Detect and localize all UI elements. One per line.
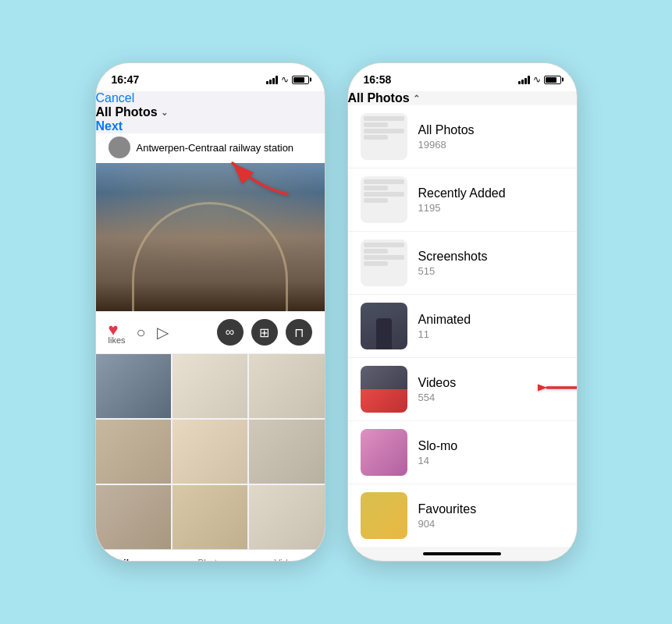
album-row-videos[interactable]: Videos 554 xyxy=(348,358,577,421)
album-count-videos: 554 xyxy=(418,392,564,403)
album-title-all-photos: All Photos xyxy=(418,123,564,137)
time-right: 16:58 xyxy=(364,73,392,86)
album-info-slomo: Slo-mo 14 xyxy=(418,439,564,466)
share-icon[interactable]: ▷ xyxy=(157,323,169,342)
layout-button[interactable]: ⊞ xyxy=(251,319,278,346)
album-thumb-slomo xyxy=(361,429,407,476)
action-bar: ♥ likes ○ ▷ ∞ ⊞ ⊓ xyxy=(96,311,325,354)
album-count-recently-added: 1195 xyxy=(418,202,564,214)
album-title-animated: Animated xyxy=(418,313,564,327)
tab-photo[interactable]: Photo xyxy=(172,556,248,562)
album-title-favourites: Favourites xyxy=(418,502,564,516)
album-info-animated: Animated 11 xyxy=(418,313,564,340)
album-count-animated: 11 xyxy=(418,328,564,340)
battery-icon-right xyxy=(544,76,561,84)
album-thumb-screenshots xyxy=(361,239,407,286)
left-phone: 16:47 ∿ Cancel All Photos ⌄ Next xyxy=(95,62,325,562)
grid-cell-6[interactable] xyxy=(249,420,324,484)
album-avatar xyxy=(108,136,130,158)
album-thumb-recently-added xyxy=(361,176,407,223)
album-thumb-videos xyxy=(361,366,407,413)
album-title-recently-added: Recently Added xyxy=(418,186,564,200)
status-bar-right: 16:58 ∿ xyxy=(348,63,577,91)
album-title-slomo: Slo-mo xyxy=(418,439,564,453)
photo-grid xyxy=(96,354,325,549)
grid-cell-4[interactable] xyxy=(96,420,171,484)
grid-cell-9[interactable] xyxy=(249,485,324,549)
time-left: 16:47 xyxy=(112,73,140,86)
wifi-icon: ∿ xyxy=(281,74,289,85)
status-icons-left: ∿ xyxy=(266,74,309,85)
home-indicator-right xyxy=(348,547,577,561)
album-thumb-all-photos xyxy=(361,113,407,160)
album-info-all-photos: All Photos 19968 xyxy=(418,123,564,151)
cancel-button[interactable]: Cancel xyxy=(96,91,135,105)
right-phone: 16:58 ∿ All Photos ⌃ xyxy=(347,62,578,562)
next-button[interactable]: Next xyxy=(96,119,123,133)
album-count-screenshots: 515 xyxy=(418,265,564,277)
album-count-all-photos: 19968 xyxy=(418,139,564,151)
signal-icon-right xyxy=(518,76,530,84)
album-row-animated[interactable]: Animated 11 xyxy=(348,295,577,358)
album-name: Antwerpen-Centraal railway station xyxy=(137,142,294,154)
tab-video[interactable]: Video xyxy=(248,556,325,562)
like-section: ♥ likes xyxy=(108,320,126,345)
album-thumb-favourites xyxy=(361,492,407,539)
album-info-screenshots: Screenshots 515 xyxy=(418,250,564,277)
tab-library[interactable]: Library xyxy=(96,556,172,562)
status-bar-left: 16:47 ∿ xyxy=(96,63,325,91)
grid-cell-2[interactable] xyxy=(172,354,247,418)
albums-list: All Photos 19968 Recently Added 1195 xyxy=(348,105,577,562)
album-info-recently-added: Recently Added 1195 xyxy=(418,186,564,214)
phones-container: 16:47 ∿ Cancel All Photos ⌄ Next xyxy=(95,62,578,562)
album-row-all-photos[interactable]: All Photos 19968 xyxy=(348,105,577,168)
chevron-down-icon: ⌄ xyxy=(161,108,168,118)
album-info-favourites: Favourites 904 xyxy=(418,502,564,530)
album-thumb-animated xyxy=(361,303,407,349)
battery-icon xyxy=(292,76,309,84)
signal-icon xyxy=(266,76,278,84)
comment-icon[interactable]: ○ xyxy=(137,324,146,342)
nav-bar-left: Cancel All Photos ⌄ Next xyxy=(96,91,325,133)
main-photo xyxy=(96,163,325,311)
chevron-up-icon: ⌃ xyxy=(413,94,420,104)
status-icons-right: ∿ xyxy=(518,74,561,85)
grid-cell-8[interactable] xyxy=(172,485,247,549)
grid-cell-5[interactable] xyxy=(172,420,247,484)
album-info-videos: Videos 554 xyxy=(418,376,564,403)
infinity-button[interactable]: ∞ xyxy=(217,319,244,346)
nav-bar-right: All Photos ⌃ xyxy=(348,91,577,105)
grid-cell-3[interactable] xyxy=(249,354,324,418)
album-title-screenshots: Screenshots xyxy=(418,250,564,264)
action-icons-left: ♥ likes ○ ▷ xyxy=(108,320,169,345)
album-label: Antwerpen-Centraal railway station xyxy=(96,133,325,163)
album-count-favourites: 904 xyxy=(418,518,564,530)
grid-cell-7[interactable] xyxy=(96,485,171,549)
grid-cell-1[interactable] xyxy=(96,354,171,418)
bookmark-button[interactable]: ⊓ xyxy=(286,319,312,346)
album-row-favourites[interactable]: Favourites 904 xyxy=(348,484,577,548)
album-row-slomo[interactable]: Slo-mo 14 xyxy=(348,421,577,484)
nav-title-right[interactable]: All Photos ⌃ xyxy=(348,91,577,105)
bottom-tabs: Library Photo Video xyxy=(96,549,325,562)
nav-title-left: All Photos ⌄ xyxy=(96,105,325,119)
album-count-slomo: 14 xyxy=(418,455,564,466)
album-title-videos: Videos xyxy=(418,376,564,390)
action-icons-right: ∞ ⊞ ⊓ xyxy=(217,319,312,346)
album-row-screenshots[interactable]: Screenshots 515 xyxy=(348,232,577,295)
likes-label: likes xyxy=(108,335,126,345)
wifi-icon-right: ∿ xyxy=(533,74,541,85)
album-row-recently-added[interactable]: Recently Added 1195 xyxy=(348,168,577,232)
